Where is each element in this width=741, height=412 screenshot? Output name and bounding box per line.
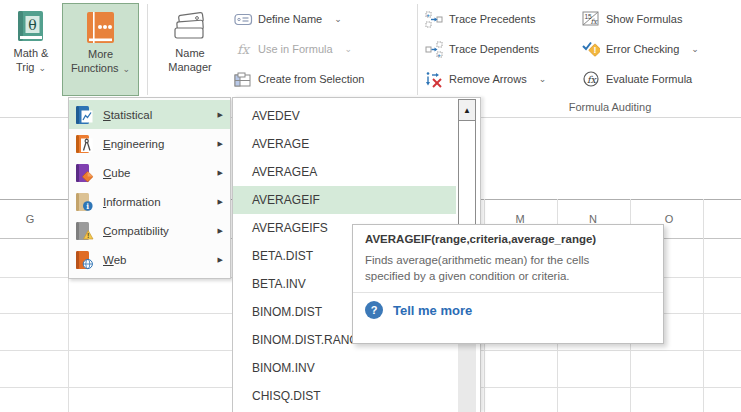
chevron-down-icon[interactable]: ⌄ — [334, 15, 342, 23]
remove-arrows-label: Remove Arrows — [449, 73, 527, 85]
menu-item-statistical[interactable]: Statistical ▶ — [69, 100, 230, 129]
cube-book-icon — [74, 163, 94, 183]
math-trig-book-icon: θ — [16, 8, 46, 46]
function-list-item[interactable]: BINOM.INV — [233, 354, 456, 382]
submenu-arrow-icon: ▶ — [218, 227, 223, 235]
svg-text:+: + — [437, 51, 441, 57]
error-checking-icon: ! — [581, 40, 601, 58]
menu-item-label: Web — [103, 254, 126, 266]
menu-item-label: Compatibility — [103, 225, 169, 237]
math-trig-label-line1: Math & — [14, 46, 49, 60]
function-list-item[interactable]: CHISQ.DIST — [233, 382, 456, 410]
define-name-button[interactable]: Define Name ⌄ — [233, 5, 342, 33]
triangle-up-icon: ▲ — [463, 106, 471, 115]
chevron-down-icon[interactable]: ⌄ — [691, 45, 699, 53]
name-manager-button[interactable]: Name Manager — [153, 3, 227, 96]
column-gridline — [703, 199, 704, 412]
evaluate-formula-label: Evaluate Formula — [606, 73, 692, 85]
evaluate-formula-icon: fx — [581, 70, 601, 88]
tooltip-divider — [353, 292, 663, 293]
function-list-item[interactable]: AVERAGE — [233, 130, 456, 158]
fx-icon: fx — [233, 40, 253, 58]
trace-dependents-button[interactable]: + Trace Dependents — [424, 35, 539, 63]
more-functions-book-icon — [85, 9, 117, 47]
scroll-up-button[interactable]: ▲ — [459, 100, 475, 121]
math-trig-label-line2: Trig⌄ — [16, 60, 46, 74]
create-from-selection-label: Create from Selection — [258, 73, 364, 85]
group-separator — [417, 4, 418, 95]
menu-item-cube[interactable]: Cube ▶ — [69, 158, 230, 187]
trace-dependents-icon: + — [424, 40, 444, 58]
more-functions-button[interactable]: More Functions⌄ — [62, 3, 139, 96]
error-checking-button[interactable]: ! Error Checking ⌄ — [581, 35, 699, 63]
more-functions-menu: Statistical ▶ Engineering ▶ — [68, 97, 231, 279]
create-from-selection-button[interactable]: Create from Selection — [233, 65, 364, 93]
math-trig-button[interactable]: θ Math & Trig⌄ — [4, 3, 58, 96]
trace-precedents-button[interactable]: + Trace Precedents — [424, 5, 535, 33]
compatibility-book-icon: ! — [74, 221, 94, 241]
menu-item-engineering[interactable]: Engineering ▶ — [69, 129, 230, 158]
chevron-down-icon: ⌄ — [39, 63, 47, 73]
trace-dependents-label: Trace Dependents — [449, 43, 539, 55]
menu-item-label: Statistical — [103, 109, 152, 121]
show-formulas-button[interactable]: 15 fx Show Formulas — [581, 5, 682, 33]
submenu-arrow-icon: ▶ — [218, 198, 223, 206]
menu-item-compatibility[interactable]: ! Compatibility ▶ — [69, 216, 230, 245]
help-question-icon: ? — [365, 301, 383, 319]
svg-text:!: ! — [594, 45, 597, 55]
menu-item-information[interactable]: i Information ▶ — [69, 187, 230, 216]
name-tags-icon — [171, 8, 209, 46]
submenu-arrow-icon: ▶ — [218, 256, 223, 264]
tooltip-description-line2: specified by a given condition or criter… — [365, 269, 651, 285]
tell-me-more-label: Tell me more — [393, 303, 472, 318]
svg-text:+: + — [426, 11, 430, 17]
tooltip-title: AVERAGEIF(range,criteria,average_range) — [365, 233, 651, 245]
tooltip-description: Finds average(arithmetic mean) for the c… — [365, 253, 651, 284]
tooltip-description-line1: Finds average(arithmetic mean) for the c… — [365, 253, 651, 269]
submenu-arrow-icon: ▶ — [218, 111, 223, 119]
error-checking-label: Error Checking — [606, 43, 679, 55]
information-book-icon: i — [74, 192, 94, 212]
chevron-down-icon: ⌄ — [123, 64, 131, 74]
evaluate-formula-button[interactable]: fx Evaluate Formula — [581, 65, 692, 93]
svg-text:θ: θ — [28, 17, 36, 33]
engineering-book-icon — [74, 134, 94, 154]
function-list-item[interactable]: AVEDEV — [233, 102, 456, 130]
statistical-book-icon — [74, 105, 94, 125]
web-book-icon — [74, 250, 94, 270]
trace-precedents-icon: + — [424, 10, 444, 28]
define-name-label: Define Name — [258, 13, 322, 25]
chevron-down-icon[interactable]: ⌄ — [345, 45, 353, 53]
use-in-formula-button[interactable]: fx Use in Formula ⌄ — [233, 35, 352, 63]
menu-item-label: Engineering — [103, 138, 164, 150]
svg-text:fx: fx — [587, 74, 598, 85]
formula-auditing-group-label: Formula Auditing — [500, 101, 720, 113]
more-functions-label-line2: Functions⌄ — [71, 61, 130, 75]
menu-item-web[interactable]: Web ▶ — [69, 245, 230, 274]
use-in-formula-label: Use in Formula — [258, 43, 333, 55]
more-functions-label-line1: More — [88, 47, 113, 61]
chevron-down-icon[interactable]: ⌄ — [539, 75, 547, 83]
function-list-item-selected[interactable]: AVERAGEIF — [233, 186, 456, 214]
name-manager-label-line1: Name — [175, 46, 204, 60]
column-header-g[interactable]: G — [12, 213, 48, 229]
remove-arrows-icon — [424, 70, 444, 88]
group-separator — [147, 4, 148, 95]
remove-arrows-button[interactable]: Remove Arrows ⌄ — [424, 65, 546, 93]
tell-me-more-link[interactable]: ? Tell me more — [365, 301, 651, 319]
menu-item-label: Cube — [103, 167, 131, 179]
svg-text:fx: fx — [237, 42, 251, 57]
submenu-arrow-icon: ▶ — [218, 169, 223, 177]
function-tooltip: AVERAGEIF(range,criteria,average_range) … — [352, 224, 664, 344]
show-formulas-icon: 15 fx — [581, 10, 601, 28]
name-manager-label-line2: Manager — [168, 60, 211, 74]
svg-text:fx: fx — [591, 18, 599, 26]
show-formulas-label: Show Formulas — [606, 13, 682, 25]
function-list-item[interactable]: AVERAGEA — [233, 158, 456, 186]
svg-text:i: i — [86, 202, 89, 211]
name-tag-icon — [233, 10, 253, 28]
submenu-arrow-icon: ▶ — [218, 140, 223, 148]
selection-grid-icon — [233, 70, 253, 88]
svg-text:!: ! — [87, 231, 89, 238]
menu-item-label: Information — [103, 196, 161, 208]
